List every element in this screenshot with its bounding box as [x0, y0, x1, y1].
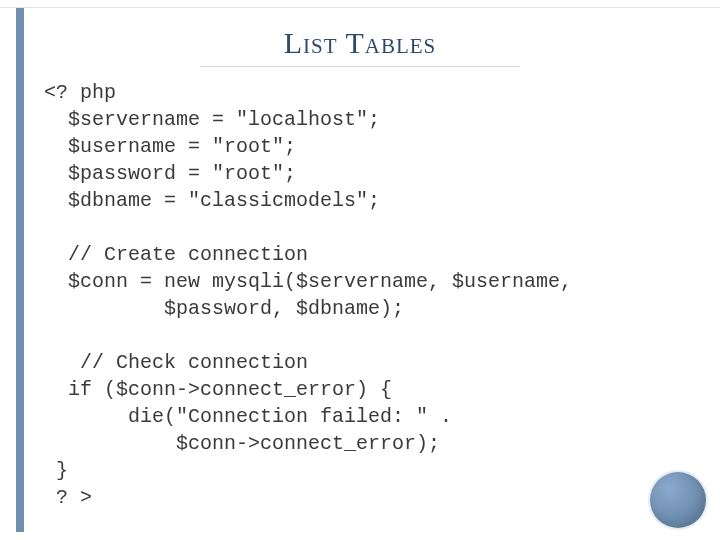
- slide: List Tables <? php $servername = "localh…: [0, 0, 720, 540]
- decorative-circle-icon: [650, 472, 706, 528]
- top-border: [0, 0, 720, 8]
- slide-title: List Tables: [0, 26, 720, 60]
- left-accent-bar: [16, 8, 24, 532]
- code-block: <? php $servername = "localhost"; $usern…: [44, 79, 720, 511]
- title-underline: [200, 66, 520, 67]
